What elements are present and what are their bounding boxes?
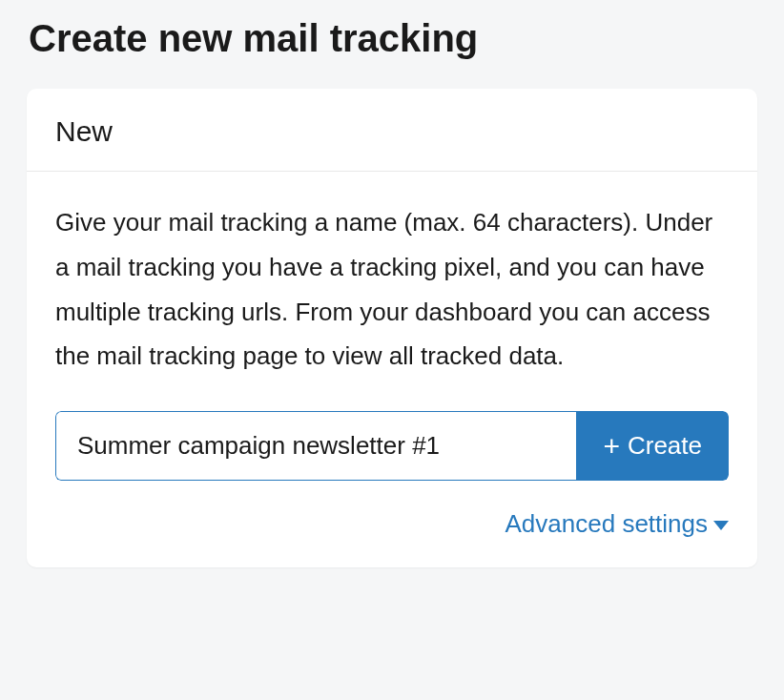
advanced-settings-toggle[interactable]: Advanced settings [505, 509, 729, 539]
description-text: Give your mail tracking a name (max. 64 … [55, 200, 729, 379]
plus-icon: + [603, 432, 620, 461]
card-header: New [27, 89, 757, 172]
advanced-settings-row: Advanced settings [55, 509, 729, 539]
create-tracking-card: New Give your mail tracking a name (max.… [27, 89, 757, 567]
create-button-label: Create [628, 431, 702, 461]
create-button[interactable]: + Create [576, 411, 729, 481]
tracking-name-input[interactable] [55, 411, 576, 481]
card-header-title: New [55, 115, 729, 148]
name-input-group: + Create [55, 411, 729, 481]
caret-down-icon [713, 521, 729, 530]
page-title: Create new mail tracking [0, 0, 784, 89]
card-body: Give your mail tracking a name (max. 64 … [27, 172, 757, 567]
advanced-settings-label: Advanced settings [505, 509, 708, 539]
